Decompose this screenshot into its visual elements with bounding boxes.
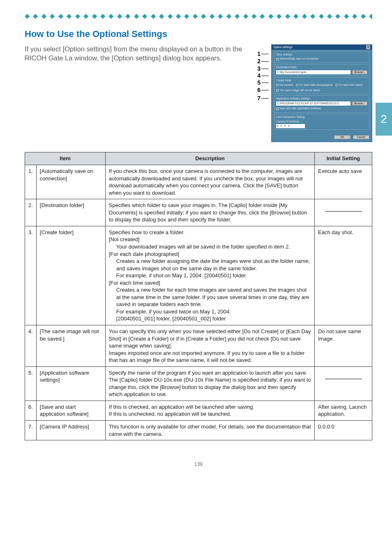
table-row: 5.[Application software settings]Specify… [25, 366, 372, 401]
dialog-callout-numbers: 1 2 3 4 5 6 7 [257, 44, 269, 103]
save-start-checkbox[interactable]: Save and start application software [276, 107, 321, 111]
row-item: [Create folder] [36, 226, 105, 325]
row-number: 2. [25, 199, 37, 226]
th-initial: Initial Setting [315, 152, 372, 165]
row-number: 3. [25, 226, 37, 325]
row-initial: Each day shot. [315, 226, 372, 325]
row-initial: 0.0.0.0 [315, 420, 372, 440]
app-settings-label: Application software settings [276, 97, 367, 101]
row-number: 6. [25, 401, 37, 420]
radio-not-created[interactable]: Not created [276, 83, 293, 87]
row-description: If this is checked, an application will … [105, 401, 314, 420]
row-item: [Application software settings] [36, 366, 105, 401]
radio-each-time[interactable]: For each time saved [335, 83, 363, 87]
row-description: This function is only available for othe… [105, 420, 314, 440]
row-item: [The same image will not be saved.] [36, 325, 105, 366]
row-initial [315, 199, 372, 226]
row-number: 7. [25, 420, 37, 440]
ok-button[interactable]: OK [334, 135, 350, 139]
auto-save-checkbox[interactable]: Automatically save on connection [276, 57, 319, 61]
app-path-field[interactable]: C:\PROGRAM FILES\CAPLIO SOFTWARE\DU10-O [276, 101, 350, 106]
row-number: 1. [25, 165, 37, 199]
blank-underline [325, 206, 362, 212]
table-row: 2.[Destination folder]Specifies which fo… [25, 199, 372, 226]
section-title: How to Use the Optional Settings [25, 28, 372, 40]
dest-browse-button[interactable]: Browse... [352, 70, 367, 74]
dialog-title-text: Option settings [273, 45, 293, 49]
table-row: 4.[The same image will not be saved.]You… [25, 325, 372, 366]
row-description: If you check this box, once your camera … [105, 165, 314, 199]
row-initial: After saving. Launch application. [315, 401, 372, 420]
row-item: [Save and start application software] [36, 401, 105, 420]
dialog-titlebar: Option settings X [272, 45, 372, 50]
dialog-screenshot: 1 2 3 4 5 6 7 Option settings X Save s [257, 44, 372, 143]
row-item: [Destination folder] [36, 199, 105, 226]
row-description: Specifies how to create a folder.[Not cr… [105, 226, 314, 325]
cancel-button[interactable]: Cancel [353, 135, 369, 139]
dest-folder-field[interactable]: C:\My Documents\Caplio [276, 70, 350, 74]
page-number: 139 [25, 461, 372, 467]
table-row: 7.[Camera IP Address]This function is on… [25, 420, 372, 440]
table-row: 6.[Save and start application software]I… [25, 401, 372, 420]
close-icon[interactable]: X [366, 45, 370, 49]
row-description: You can specify this only when you have … [105, 325, 314, 366]
intro-paragraph: If you select [Option settings] from the… [25, 44, 251, 63]
row-description: Specify the name of the program if you w… [105, 366, 314, 401]
th-description: Description [105, 152, 314, 165]
th-item: Item [25, 152, 106, 165]
option-settings-dialog: Option settings X Save settings Automati… [271, 44, 372, 143]
radio-each-date[interactable]: For each date photographed [296, 83, 333, 87]
chapter-tab: 2 [376, 103, 392, 136]
blank-underline [325, 373, 362, 379]
save-settings-label: Save settings [276, 53, 367, 57]
ip-field[interactable]: 0 . 0 . 0 . 0 [276, 124, 305, 128]
app-browse-button[interactable]: Browse... [352, 101, 367, 106]
row-initial [315, 366, 372, 401]
create-folder-label: Create folder [276, 79, 367, 83]
row-item: [Camera IP Address] [36, 420, 105, 440]
row-description: Specifies which folder to save your imag… [105, 199, 314, 226]
row-initial: Execute auto save [315, 165, 372, 199]
lan-label: LAN Connection Setting [276, 115, 367, 119]
row-number: 5. [25, 366, 37, 401]
row-item: [Automatically save on connection] [36, 165, 105, 199]
row-number: 4. [25, 325, 37, 366]
table-row: 1.[Automatically save on connection]If y… [25, 165, 372, 199]
table-row: 3.[Create folder]Specifies how to create… [25, 226, 372, 325]
dest-folder-label: Destination folder [276, 66, 367, 69]
same-image-checkbox[interactable]: The same image will not be saved. [276, 89, 321, 92]
options-table: Item Description Initial Setting 1.[Auto… [25, 152, 372, 440]
ip-sublabel: Camera IP Address [276, 120, 367, 124]
row-initial: Do not save same image. [315, 325, 372, 366]
decorative-divider: ◆ ◆ ◆ ◆ ◆ ◆ ◆ ◆ ◆ ◆ ◆ ◆ ◆ ◆ ◆ ◆ ◆ ◆ ◆ ◆ … [25, 12, 372, 19]
